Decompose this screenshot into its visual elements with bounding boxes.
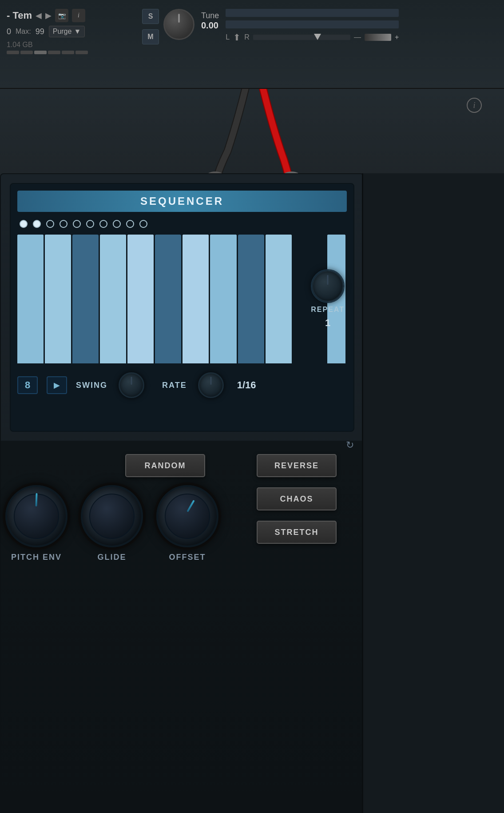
step-dot-8[interactable] <box>113 220 121 228</box>
step-dot-10[interactable] <box>139 220 147 228</box>
memory-display: 1.04 GB <box>7 41 135 49</box>
repeat-label: REPEAT <box>311 306 345 314</box>
swing-knob[interactable] <box>119 372 144 398</box>
step-dot-4[interactable] <box>60 220 67 228</box>
swing-label: SWING <box>76 381 107 390</box>
step-dot-9[interactable] <box>126 220 134 228</box>
pan-position <box>314 34 321 40</box>
step-dot-3[interactable] <box>46 220 54 228</box>
pitch-env-group: PITCH ENV <box>5 485 67 562</box>
offset-label: OFFSET <box>169 553 206 562</box>
step-dot-1[interactable] <box>20 220 28 228</box>
glide-label: GLIDE <box>97 553 126 562</box>
pan-right: R <box>244 33 250 41</box>
step-bar-7[interactable] <box>183 235 209 363</box>
meter-bar-1 <box>226 9 399 17</box>
bottom-section: RANDOM REVERSE CHAOS STRETCH PITCH ENV G… <box>1 441 363 812</box>
sequencer-section: SEQUENCER <box>10 183 354 432</box>
bar-seg-3 <box>34 51 47 54</box>
step-dot-7[interactable] <box>99 220 107 228</box>
bar-seg-5 <box>62 51 74 54</box>
purge-dropdown[interactable]: Purge ▼ <box>49 26 85 37</box>
rate-value: 1/16 <box>237 379 256 391</box>
pan-center-icon: ⬆ <box>233 32 241 43</box>
step-bars-container: REPEAT 1 <box>17 235 347 363</box>
daw-row2: 0 Max: 99 Purge ▼ <box>7 26 135 37</box>
zero-label: 0 <box>7 27 11 36</box>
offset-knob[interactable] <box>156 485 218 547</box>
meter-row-2 <box>226 20 399 28</box>
info-circle-icon[interactable]: i <box>467 98 482 113</box>
step-bar-4[interactable] <box>100 235 126 363</box>
instrument-name-row: - Tem ◀ ▶ 📷 i <box>7 9 135 22</box>
tune-label: Tune <box>201 11 219 20</box>
reverse-button[interactable]: REVERSE <box>257 454 337 477</box>
repeat-knob[interactable] <box>312 270 344 302</box>
cables-area <box>0 89 504 187</box>
camera-button[interactable]: 📷 <box>55 9 68 22</box>
bar-seg-1 <box>7 51 19 54</box>
repeat-knob-area: REPEAT 1 <box>311 270 345 329</box>
step-bar-10[interactable] <box>266 235 292 363</box>
tune-info: Tune 0.00 <box>201 11 219 31</box>
chaos-button[interactable]: CHAOS <box>257 487 337 510</box>
tune-knob[interactable] <box>163 9 194 40</box>
steps-count-btn[interactable]: 8 <box>17 376 38 394</box>
pan-track[interactable] <box>253 35 350 40</box>
instrument-name: - Tem <box>7 10 32 21</box>
pitch-env-knob[interactable] <box>5 485 67 547</box>
s-button[interactable]: S <box>142 9 159 24</box>
cables-svg <box>0 89 504 187</box>
step-bar-9[interactable] <box>238 235 264 363</box>
step-bar-1[interactable] <box>17 235 44 363</box>
scroll-arrow[interactable]: ↻ <box>341 436 359 454</box>
tune-area <box>163 9 194 40</box>
pitch-env-indicator <box>35 493 37 506</box>
sequencer-title: SEQUENCER <box>140 195 224 207</box>
meter-row-1 <box>226 9 399 17</box>
pan-left: L <box>226 33 230 41</box>
seq-play-btn[interactable]: ▶ <box>47 376 67 394</box>
offset-group: OFFSET <box>156 485 218 562</box>
step-dot-2[interactable] <box>33 220 41 228</box>
seq-bottom-bar: 8 ▶ SWING RATE 1/16 <box>17 370 347 398</box>
daw-right-meters: L ⬆ R — + <box>219 4 405 47</box>
rate-label: RATE <box>162 381 187 390</box>
step-dot-5[interactable] <box>73 220 81 228</box>
prev-arrow[interactable]: ◀ <box>36 11 42 20</box>
glide-group: GLIDE <box>81 485 143 562</box>
step-bar-6[interactable] <box>155 235 181 363</box>
random-button[interactable]: RANDOM <box>125 454 205 477</box>
step-bar-3[interactable] <box>72 235 99 363</box>
synth-body: SEQUENCER <box>0 173 364 813</box>
rate-knob[interactable] <box>198 372 224 398</box>
bar-seg-4 <box>48 51 60 54</box>
stretch-button[interactable]: STRETCH <box>257 521 337 544</box>
max-value: 99 <box>36 27 44 36</box>
step-bar-8[interactable] <box>210 235 236 363</box>
m-button[interactable]: M <box>142 29 159 44</box>
right-side-panel <box>362 173 504 813</box>
daw-top-bar: - Tem ◀ ▶ 📷 i 0 Max: 99 Purge ▼ 1.04 GB … <box>0 0 504 89</box>
pan-row: L ⬆ R — + <box>226 32 399 43</box>
glide-knob[interactable] <box>81 485 143 547</box>
plus-icon: + <box>395 33 399 41</box>
bar-seg-6 <box>75 51 88 54</box>
step-dot-6[interactable] <box>86 220 94 228</box>
step-bar-5[interactable] <box>127 235 154 363</box>
tune-value: 0.00 <box>201 20 219 31</box>
max-label: Max: <box>16 28 31 36</box>
next-arrow[interactable]: ▶ <box>45 11 52 20</box>
repeat-value: 1 <box>325 317 330 329</box>
sequencer-title-bar: SEQUENCER <box>17 191 347 212</box>
bar-seg-2 <box>20 51 33 54</box>
info-button[interactable]: i <box>72 9 85 22</box>
step-bar-2[interactable] <box>45 235 71 363</box>
daw-left-panel: - Tem ◀ ▶ 📷 i 0 Max: 99 Purge ▼ 1.04 GB <box>0 4 142 59</box>
pitch-env-label: PITCH ENV <box>11 553 62 562</box>
meter-bar-2 <box>226 20 399 28</box>
sm-buttons: S M <box>142 9 159 47</box>
offset-indicator <box>187 500 194 512</box>
volume-slider[interactable] <box>365 34 391 41</box>
minus-icon: — <box>354 33 361 41</box>
